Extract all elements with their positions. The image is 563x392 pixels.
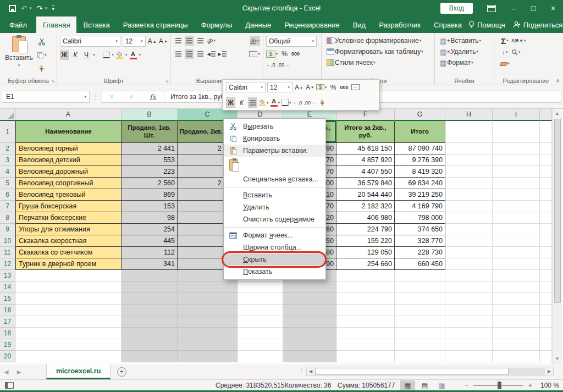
cell-A3[interactable]: Велосипед детский	[15, 154, 122, 166]
cell-I14[interactable]	[493, 281, 540, 293]
clipboard-dialog-launcher-icon[interactable]: ↘	[51, 78, 55, 84]
cell-F12[interactable]: 254 660	[336, 258, 395, 270]
increase-indent-button[interactable]: ▶	[218, 49, 227, 59]
column-header-B[interactable]: B	[122, 109, 178, 121]
zoom-slider-thumb[interactable]	[498, 382, 501, 389]
cell-B11[interactable]: 112	[122, 247, 178, 258]
cell-H15[interactable]	[445, 293, 493, 305]
cell-I13[interactable]	[493, 270, 540, 281]
cell-F10[interactable]: 155 220	[336, 235, 395, 247]
cell-F17[interactable]	[336, 316, 395, 328]
cell-H11[interactable]	[445, 247, 493, 258]
cell-I16[interactable]	[493, 305, 540, 316]
cut-button[interactable]	[37, 37, 47, 47]
cell-H3[interactable]	[445, 154, 493, 166]
cell-H5[interactable]	[445, 178, 493, 189]
column-header-extra[interactable]	[540, 109, 552, 121]
scroll-right-icon[interactable]: ▶	[545, 369, 553, 374]
delete-cells-button[interactable]: ▦×Удалить▾	[440, 47, 478, 57]
name-box-dropdown-icon[interactable]: ▾	[84, 95, 86, 99]
maximize-button[interactable]: □	[523, 0, 543, 16]
row-header-11[interactable]: 11	[0, 247, 15, 258]
menu-item-copy[interactable]: Копировать	[224, 132, 325, 145]
cell-F11[interactable]: 129 050	[336, 247, 395, 258]
sheet-next-icon[interactable]: ▶	[13, 364, 25, 379]
cell-A17[interactable]	[15, 316, 122, 328]
cell-I2[interactable]	[493, 143, 540, 154]
cell-H12[interactable]	[445, 258, 493, 270]
cell-A20[interactable]	[15, 351, 122, 362]
menu-item-insert[interactable]: Вставить	[224, 189, 325, 201]
underline-button[interactable]: Ч	[82, 50, 91, 60]
cell-I18[interactable]	[493, 328, 540, 339]
cell-A10[interactable]: Скакалка скоростная	[15, 235, 122, 247]
column-header-I[interactable]: I	[493, 109, 540, 121]
cell-F9[interactable]: 224 790	[336, 224, 395, 235]
customize-qat-icon[interactable]: ▾	[52, 5, 55, 12]
cell-A15[interactable]	[15, 293, 122, 305]
mini-italic-button[interactable]: К	[237, 97, 246, 108]
cell-D19[interactable]	[238, 339, 283, 351]
mini-increase-decimal-button[interactable]: ←,0	[293, 97, 302, 108]
mini-bold-button[interactable]: Ж	[226, 97, 235, 108]
font-color-dropdown-icon[interactable]: ▾	[139, 53, 141, 57]
fill-color-dropdown-icon[interactable]: ▾	[125, 53, 128, 57]
grow-font-button[interactable]: А▲	[148, 36, 157, 46]
cell-B6[interactable]: 869	[122, 189, 178, 201]
cell-B1[interactable]: Продано, 1кв. Шт.	[122, 121, 178, 143]
decrease-indent-button[interactable]: ◀	[207, 49, 216, 59]
cell-I3[interactable]	[493, 154, 540, 166]
cell-F20[interactable]	[336, 351, 395, 362]
cell-X9[interactable]	[540, 224, 552, 235]
mini-shrink-font-button[interactable]: А▼	[305, 82, 314, 92]
cell-F6[interactable]: 20 544 440	[336, 189, 395, 201]
merge-center-button[interactable]: ↔▾	[249, 49, 260, 59]
scroll-up-icon[interactable]: ▲	[555, 109, 560, 118]
select-all-button[interactable]	[0, 109, 15, 121]
cell-F8[interactable]: 406 980	[336, 212, 395, 224]
paste-dropdown-icon[interactable]: ▾	[18, 63, 20, 68]
cell-H13[interactable]	[445, 270, 493, 281]
cell-B20[interactable]	[122, 351, 178, 362]
cell-A16[interactable]	[15, 305, 122, 316]
cell-B3[interactable]: 553	[122, 154, 178, 166]
cell-B15[interactable]	[122, 293, 178, 305]
cell-D14[interactable]	[238, 281, 283, 293]
cell-E16[interactable]	[283, 305, 336, 316]
cell-A12[interactable]: Турник в дверной проем	[15, 258, 122, 270]
cell-I19[interactable]	[493, 339, 540, 351]
align-top-button[interactable]	[174, 36, 183, 46]
menu-item-paste-special[interactable]: Специальная вставка...	[224, 173, 325, 185]
cell-G9[interactable]: 374 650	[395, 224, 445, 235]
sheet-prev-icon[interactable]: ◀	[0, 364, 13, 379]
cell-X12[interactable]	[540, 258, 552, 270]
tab-главная[interactable]: Главная	[36, 16, 76, 33]
mini-font-size-combo[interactable]: 12▾	[267, 82, 292, 92]
redo-button[interactable]: ↷	[36, 4, 43, 12]
cell-E19[interactable]	[283, 339, 336, 351]
cell-X1[interactable]	[540, 121, 552, 143]
cell-X14[interactable]	[540, 281, 552, 293]
row-header-15[interactable]: 15	[0, 293, 15, 305]
align-left-button[interactable]	[174, 49, 183, 59]
cell-E18[interactable]	[283, 328, 336, 339]
cell-I5[interactable]	[493, 178, 540, 189]
cell-H2[interactable]	[445, 143, 493, 154]
cell-X17[interactable]	[540, 316, 552, 328]
cell-I8[interactable]	[493, 212, 540, 224]
horizontal-scrollbar[interactable]: ◀ ▶	[306, 367, 554, 376]
cell-H10[interactable]	[445, 235, 493, 247]
font-family-combo[interactable]: Calibri▾	[60, 36, 120, 47]
row-header-3[interactable]: 3	[0, 154, 15, 166]
cell-D18[interactable]	[238, 328, 283, 339]
bold-button[interactable]: Ж	[60, 50, 69, 60]
italic-button[interactable]: К	[71, 50, 80, 60]
cell-X7[interactable]	[540, 201, 552, 212]
clear-button[interactable]: ▾	[500, 59, 510, 69]
cell-A9[interactable]: Упоры для отжимания	[15, 224, 122, 235]
cell-F16[interactable]	[336, 305, 395, 316]
cell-I15[interactable]	[493, 293, 540, 305]
cell-G8[interactable]: 798 000	[395, 212, 445, 224]
menu-item-show[interactable]: Показать	[224, 266, 325, 278]
mini-align-center-button[interactable]	[248, 97, 257, 108]
